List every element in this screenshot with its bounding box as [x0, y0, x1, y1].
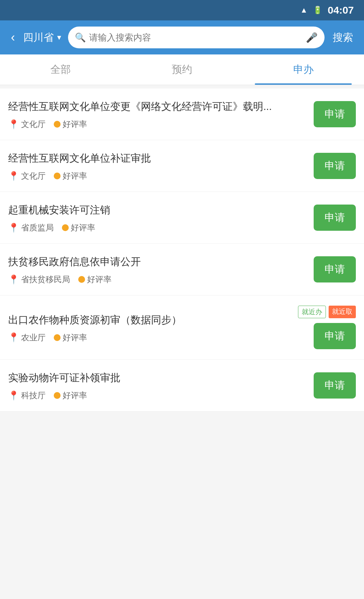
item-content: 经营性互联网文化单位变更《网络文化经营许可证》载明... 📍 文化厅 好评率 — [8, 99, 307, 130]
item-title: 出口农作物种质资源初审（数据同步） — [8, 312, 291, 327]
status-time: 04:07 — [328, 4, 354, 16]
item-location: 📍 省质监局 — [8, 222, 54, 233]
back-button[interactable]: ‹ — [8, 29, 18, 46]
list-item: 经营性互联网文化单位补证审批 📍 文化厅 好评率 申请 — [0, 140, 364, 192]
header: ‹ 四川省 ▼ 🔍 🎤 搜索 — [0, 20, 364, 54]
status-bar: ▲ 🔋 04:07 — [0, 0, 364, 20]
item-meta: 📍 文化厅 好评率 — [8, 171, 307, 181]
list-item: 起重机械安装许可注销 📍 省质监局 好评率 申请 — [0, 192, 364, 244]
item-rating: 好评率 — [54, 119, 87, 130]
list-item: 实验动物许可证补领审批 📍 科技厅 好评率 申请 — [0, 360, 364, 411]
rating-dot-icon — [54, 173, 61, 179]
pin-icon: 📍 — [8, 332, 19, 343]
item-title: 扶贫移民政府信息依申请公开 — [8, 254, 307, 269]
item-actions: 申请 — [314, 372, 356, 399]
list-item: 扶贫移民政府信息依申请公开 📍 省扶贫移民局 好评率 申请 — [0, 244, 364, 295]
location-arrow-icon: ▼ — [56, 34, 63, 42]
item-location: 📍 文化厅 — [8, 119, 46, 130]
search-input[interactable] — [89, 32, 302, 43]
tab-all[interactable]: 全部 — [0, 54, 121, 85]
item-rating: 好评率 — [78, 274, 112, 285]
signal-icon: ▲ — [300, 6, 308, 15]
location-label: 四川省 — [23, 31, 54, 45]
item-location: 📍 省扶贫移民局 — [8, 274, 70, 285]
pin-icon: 📍 — [8, 223, 19, 233]
tab-apply[interactable]: 申办 — [243, 54, 364, 85]
search-button[interactable]: 搜索 — [330, 29, 356, 46]
item-actions: 申请 — [314, 256, 356, 282]
item-actions: 申请 — [314, 101, 356, 127]
rating-dot-icon — [54, 392, 61, 399]
item-title: 实验动物许可证补领审批 — [8, 370, 307, 385]
item-meta: 📍 文化厅 好评率 — [8, 119, 307, 130]
list-item: 经营性互联网文化单位变更《网络文化经营许可证》载明... 📍 文化厅 好评率 申… — [0, 88, 364, 140]
item-location: 📍 农业厅 — [8, 332, 46, 343]
pin-icon: 📍 — [8, 390, 19, 401]
item-rating: 好评率 — [54, 390, 87, 401]
item-content: 出口农作物种质资源初审（数据同步） 📍 农业厅 好评率 — [8, 312, 291, 343]
apply-button[interactable]: 申请 — [314, 372, 356, 399]
pin-icon: 📍 — [8, 171, 19, 181]
item-title: 经营性互联网文化单位补证审批 — [8, 150, 307, 166]
item-content: 实验动物许可证补领审批 📍 科技厅 好评率 — [8, 370, 307, 401]
list-item: 出口农作物种质资源初审（数据同步） 📍 农业厅 好评率 就近办 就近取 申请 — [0, 295, 364, 360]
item-meta: 📍 科技厅 好评率 — [8, 390, 307, 401]
rating-dot-icon — [54, 334, 61, 341]
item-rating: 好评率 — [54, 171, 87, 181]
item-actions: 申请 — [314, 153, 356, 179]
item-content: 起重机械安装许可注销 📍 省质监局 好评率 — [8, 202, 307, 233]
search-icon: 🔍 — [75, 32, 86, 43]
pin-icon: 📍 — [8, 119, 19, 130]
item-rating: 好评率 — [62, 222, 95, 233]
item-title: 经营性互联网文化单位变更《网络文化经营许可证》载明... — [8, 99, 307, 114]
badge-recent: 就近取 — [329, 306, 356, 318]
apply-button[interactable]: 申请 — [314, 323, 356, 349]
item-content: 扶贫移民政府信息依申请公开 📍 省扶贫移民局 好评率 — [8, 254, 307, 285]
item-location: 📍 文化厅 — [8, 171, 46, 181]
apply-button[interactable]: 申请 — [314, 256, 356, 282]
apply-button[interactable]: 申请 — [314, 101, 356, 127]
rating-dot-icon — [62, 224, 69, 231]
tab-booking[interactable]: 预约 — [121, 54, 243, 85]
item-meta: 📍 省质监局 好评率 — [8, 222, 307, 233]
tab-bar: 全部 预约 申办 — [0, 54, 364, 85]
rating-dot-icon — [78, 276, 85, 283]
battery-icon: 🔋 — [313, 6, 322, 15]
apply-button[interactable]: 申请 — [314, 205, 356, 231]
location-selector[interactable]: 四川省 ▼ — [23, 31, 63, 45]
item-location: 📍 科技厅 — [8, 390, 46, 401]
item-content: 经营性互联网文化单位补证审批 📍 文化厅 好评率 — [8, 150, 307, 181]
item-actions: 就近办 就近取 申请 — [298, 306, 356, 349]
service-list: 经营性互联网文化单位变更《网络文化经营许可证》载明... 📍 文化厅 好评率 申… — [0, 88, 364, 411]
search-bar: 🔍 🎤 — [68, 27, 325, 48]
item-actions: 申请 — [314, 205, 356, 231]
badge-container: 就近办 就近取 — [298, 306, 356, 318]
rating-dot-icon — [54, 121, 61, 128]
apply-button[interactable]: 申请 — [314, 153, 356, 179]
item-meta: 📍 省扶贫移民局 好评率 — [8, 274, 307, 285]
item-title: 起重机械安装许可注销 — [8, 202, 307, 217]
item-rating: 好评率 — [54, 332, 87, 343]
badge-nearby: 就近办 — [298, 306, 326, 318]
mic-icon[interactable]: 🎤 — [306, 32, 318, 43]
item-meta: 📍 农业厅 好评率 — [8, 332, 291, 343]
pin-icon: 📍 — [8, 274, 19, 285]
